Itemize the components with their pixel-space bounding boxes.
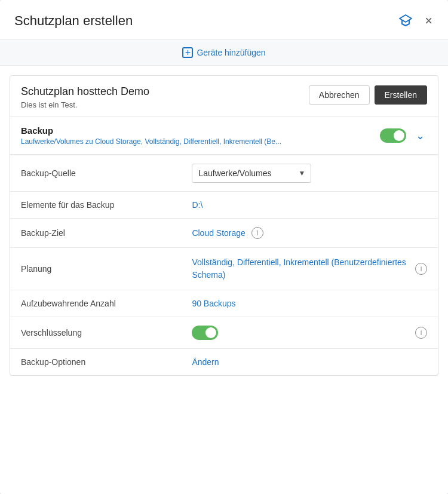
backup-elements-link[interactable]: D:\ [192, 200, 202, 210]
dialog-header: Schutzplan erstellen × [0, 0, 448, 40]
info-icon[interactable]: i [251, 227, 263, 239]
retention-count-link[interactable]: 90 Backups [192, 299, 235, 308]
backup-source-select[interactable]: Laufwerke/Volumes Dateien/Ordner System [192, 164, 311, 183]
header-icons: × [397, 12, 434, 30]
info-icon[interactable]: i [415, 327, 427, 339]
row-value: Vollständig, Differentiell, Inkrementell… [181, 248, 438, 290]
graduation-cap-icon[interactable] [397, 13, 414, 29]
backup-target-cell: Cloud Storage i [192, 227, 427, 239]
table-row: Backup-Ziel Cloud Storage i [10, 219, 438, 248]
planung-link[interactable]: Vollständig, Differentiell, Inkrementell… [192, 256, 409, 281]
row-value: Ändern [181, 349, 438, 376]
backup-section-header: Backup Laufwerke/Volumes zu Cloud Storag… [10, 117, 438, 154]
backup-title-area: Backup Laufwerke/Volumes zu Cloud Storag… [21, 125, 380, 146]
backup-controls: ⌄ [380, 128, 427, 143]
row-label: Verschlüsselung [10, 317, 181, 349]
add-devices-bar: + Geräte hinzüfügen [0, 40, 448, 66]
encryption-cell: i [192, 326, 427, 340]
settings-table: Backup-Quelle Laufwerke/Volumes Dateien/… [10, 155, 438, 375]
plus-icon: + [182, 47, 193, 58]
row-label: Backup-Optionen [10, 349, 181, 376]
row-value: Cloud Storage i [181, 219, 438, 248]
table-row: Backup-Quelle Laufwerke/Volumes Dateien/… [10, 155, 438, 192]
plan-actions: Abbrechen Erstellen [309, 85, 427, 105]
plan-name-section: Schutzplan hosttech Demo Dies ist ein Te… [21, 85, 299, 109]
row-label: Backup-Quelle [10, 155, 181, 192]
create-button[interactable]: Erstellen [375, 85, 427, 105]
info-icon[interactable]: i [415, 263, 427, 275]
row-label: Elemente für das Backup [10, 192, 181, 219]
backup-subtitle: Laufwerke/Volumes zu Cloud Storage, Voll… [21, 137, 380, 146]
encryption-toggle[interactable] [192, 326, 218, 340]
add-devices-button[interactable]: + Geräte hinzüfügen [182, 47, 265, 58]
table-row: Aufzubewahrende Anzahl 90 Backups [10, 290, 438, 317]
backup-target-link[interactable]: Cloud Storage [192, 228, 246, 238]
table-row: Planung Vollständig, Differentiell, Inkr… [10, 248, 438, 290]
row-value: 90 Backups [181, 290, 438, 317]
table-row: Backup-Optionen Ändern [10, 349, 438, 376]
close-icon[interactable]: × [424, 12, 434, 30]
plan-card: Schutzplan hosttech Demo Dies ist ein Te… [10, 75, 438, 376]
dialog-title: Schutzplan erstellen [14, 13, 133, 29]
backup-source-select-wrapper: Laufwerke/Volumes Dateien/Ordner System … [192, 164, 311, 183]
row-label: Aufzubewahrende Anzahl [10, 290, 181, 317]
backup-toggle-slider [380, 128, 406, 143]
plan-description: Dies ist ein Test. [21, 100, 299, 109]
row-value: Laufwerke/Volumes Dateien/Ordner System … [181, 155, 438, 192]
table-row: Elemente für das Backup D:\ [10, 192, 438, 219]
backup-collapse-button[interactable]: ⌄ [413, 128, 427, 143]
backup-title: Backup [21, 125, 380, 136]
row-value: D:\ [181, 192, 438, 219]
add-devices-label: Geräte hinzüfügen [197, 48, 265, 57]
backup-section: Backup Laufwerke/Volumes zu Cloud Storag… [10, 117, 438, 155]
planung-cell: Vollständig, Differentiell, Inkrementell… [192, 256, 427, 281]
cancel-button[interactable]: Abbrechen [309, 85, 370, 105]
row-label: Planung [10, 248, 181, 290]
row-value: i [181, 317, 438, 349]
row-label: Backup-Ziel [10, 219, 181, 248]
plan-name: Schutzplan hosttech Demo [21, 85, 299, 98]
table-row: Verschlüsselung i [10, 317, 438, 349]
plan-card-header: Schutzplan hosttech Demo Dies ist ein Te… [10, 76, 438, 117]
encryption-toggle-slider [192, 326, 218, 340]
backup-options-link[interactable]: Ändern [192, 357, 219, 367]
backup-toggle[interactable] [380, 128, 406, 143]
dialog: Schutzplan erstellen × + Geräte hinzüfüg… [0, 0, 448, 494]
